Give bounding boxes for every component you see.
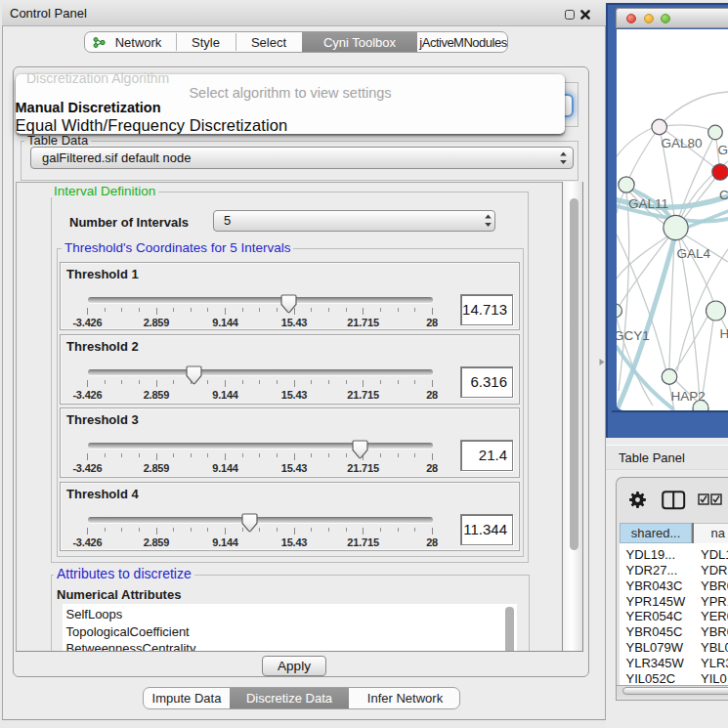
svg-text:H: H <box>720 326 728 341</box>
svg-text:GCY1: GCY1 <box>617 328 650 343</box>
svg-text:GA: GA <box>718 143 728 157</box>
svg-text:C: C <box>719 188 728 202</box>
svg-text:GAL4: GAL4 <box>677 246 711 261</box>
svg-text:HAP2: HAP2 <box>671 389 706 404</box>
svg-text:GAL11: GAL11 <box>628 196 668 211</box>
svg-text:GAL80: GAL80 <box>662 136 703 150</box>
